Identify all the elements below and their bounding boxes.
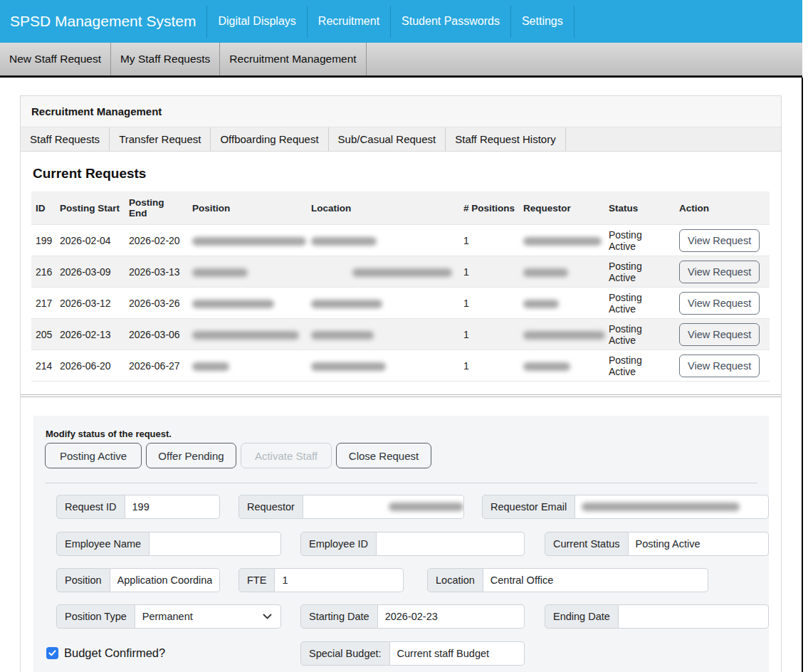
redacted-requestor <box>523 300 559 308</box>
column-header: # Positions <box>459 191 519 225</box>
cell-num-positions: 1 <box>459 350 519 382</box>
view-request-button[interactable]: View Request <box>679 323 760 346</box>
redacted-location <box>311 300 382 308</box>
view-request-button[interactable]: View Request <box>679 229 760 252</box>
position-type-label: Position Type <box>56 604 135 629</box>
view-request-button[interactable]: View Request <box>679 355 760 377</box>
cell-status: Posting Active <box>604 288 675 319</box>
cell-posting-start: 2026-02-13 <box>56 319 125 350</box>
special-budget-field[interactable] <box>390 641 525 666</box>
status-button-offer-pending[interactable]: Offer Pending <box>146 443 236 468</box>
card-body: Current Requests IDPosting StartPosting … <box>21 152 781 382</box>
cell-posting-start: 2026-03-12 <box>56 288 125 319</box>
request-detail-panel: Modify status of the request. Posting Ac… <box>33 416 769 672</box>
form-row-5: Budget Confirmed? Special Budget: <box>45 641 757 666</box>
subnav-item-my-staff-requests[interactable]: My Staff Requests <box>111 43 220 75</box>
fte-label: FTE <box>238 568 275 592</box>
cell-position <box>188 256 307 288</box>
cell-status: Posting Active <box>604 256 675 288</box>
cell-num-positions: 1 <box>459 319 519 350</box>
cell-action: View Request <box>675 288 770 319</box>
requestor-email-field[interactable] <box>575 495 769 519</box>
double-divider <box>21 394 781 397</box>
column-header: Posting Start <box>56 191 125 225</box>
cell-action: View Request <box>675 256 770 288</box>
tab-offboarding-request[interactable]: Offboarding Request <box>211 127 328 151</box>
status-button-close-request[interactable]: Close Request <box>336 443 431 468</box>
table-row: 2172026-03-122026-03-261Posting ActiveVi… <box>31 288 770 319</box>
fte-group: FTE <box>238 568 404 592</box>
view-request-button[interactable]: View Request <box>679 261 760 283</box>
view-request-button[interactable]: View Request <box>679 292 760 315</box>
position-type-group: Position Type Permanent <box>56 604 281 629</box>
redacted-position <box>192 300 274 308</box>
form-row-2: Employee Name Employee ID Current Status <box>45 532 757 556</box>
position-label: Position <box>56 568 110 592</box>
redacted-position <box>192 331 299 340</box>
current-status-field[interactable] <box>629 532 770 556</box>
starting-date-field[interactable] <box>378 604 525 629</box>
column-header: Action <box>675 191 770 225</box>
cell-location <box>307 288 459 319</box>
current-status-label: Current Status <box>545 532 629 556</box>
fte-field[interactable] <box>275 568 404 592</box>
requestor-field[interactable] <box>303 495 464 519</box>
cell-requestor <box>519 225 604 256</box>
cell-location <box>307 256 459 288</box>
employee-name-field[interactable] <box>149 532 281 556</box>
ending-date-group: Ending Date <box>545 604 769 629</box>
cell-action: View Request <box>675 319 770 350</box>
table-header-row: IDPosting StartPosting EndPositionLocati… <box>31 191 770 225</box>
budget-confirmed-checkbox[interactable] <box>46 647 58 659</box>
column-header: Status <box>604 191 675 225</box>
location-field[interactable] <box>483 568 708 592</box>
subnav-item-recruitment-management[interactable]: Recruitment Management <box>220 43 366 75</box>
cell-requestor <box>519 319 604 350</box>
redacted-position <box>192 268 248 277</box>
redacted-location <box>352 268 452 277</box>
cell-location <box>307 319 459 350</box>
cell-num-positions: 1 <box>459 256 519 288</box>
status-button-posting-active[interactable]: Posting Active <box>45 443 142 468</box>
tab-staff-requests[interactable]: Staff Requests <box>21 127 110 151</box>
status-button-activate-staff: Activate Staff <box>241 443 332 468</box>
cell-requestor <box>519 350 604 382</box>
cell-posting-end: 2026-03-26 <box>125 288 188 319</box>
tab-transfer-request[interactable]: Transfer Request <box>110 127 211 151</box>
status-buttons: Posting ActiveOffer PendingActivate Staf… <box>45 443 757 468</box>
position-type-select[interactable]: Permanent <box>135 604 281 629</box>
cell-location <box>307 225 459 256</box>
tab-staff-request-history[interactable]: Staff Request History <box>446 127 565 151</box>
chevron-down-icon <box>263 614 272 620</box>
cell-id: 216 <box>31 256 56 288</box>
employee-id-group: Employee ID <box>300 532 525 556</box>
employee-id-field[interactable] <box>377 532 525 556</box>
position-field[interactable] <box>110 568 220 592</box>
cell-id: 214 <box>31 350 56 382</box>
position-type-value: Permanent <box>142 611 193 622</box>
cell-position <box>188 319 307 350</box>
table-row: 1992026-02-042026-02-201Posting ActiveVi… <box>31 225 770 256</box>
cell-id: 205 <box>31 319 56 350</box>
cell-location <box>307 350 459 382</box>
redacted-requestor-email-value <box>582 503 740 511</box>
position-group: Position <box>56 568 220 592</box>
cell-posting-start: 2026-02-04 <box>56 225 125 256</box>
tab-sub-casual-request[interactable]: Sub/Casual Request <box>329 127 446 151</box>
subnav-item-new-staff-request[interactable]: New Staff Request <box>0 43 111 75</box>
employee-name-label: Employee Name <box>56 532 149 556</box>
topnav-item-recruitment[interactable]: Recruitment <box>307 6 390 38</box>
starting-date-group: Starting Date <box>300 604 525 629</box>
topnav-item-digital-displays[interactable]: Digital Displays <box>206 6 306 38</box>
redacted-requestor <box>523 237 602 246</box>
topnav-item-student-passwords[interactable]: Student Passwords <box>390 6 510 38</box>
topnav-item-settings[interactable]: Settings <box>510 6 574 38</box>
employee-id-label: Employee ID <box>300 532 377 556</box>
redacted-location <box>311 362 386 371</box>
redacted-requestor <box>523 362 570 371</box>
request-id-field[interactable] <box>125 495 220 519</box>
ending-date-field[interactable] <box>619 604 769 629</box>
budget-confirmed-label: Budget Confirmed? <box>64 646 165 660</box>
cell-num-positions: 1 <box>459 225 519 256</box>
check-icon <box>48 650 56 656</box>
